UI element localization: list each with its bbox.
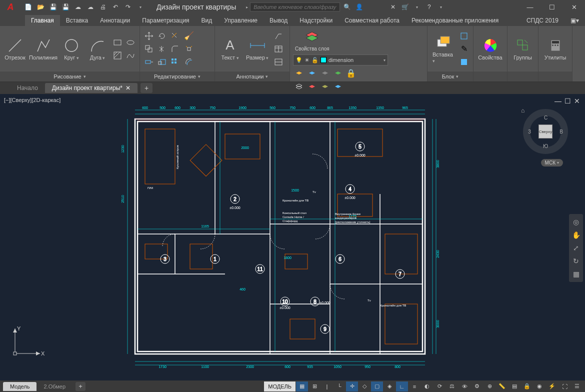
tab-annotate[interactable]: Аннотации [94, 15, 136, 26]
binoculars-icon[interactable]: 🔍 [342, 2, 352, 12]
app-logo[interactable]: A [0, 0, 21, 14]
iso-button[interactable]: ◇ [358, 382, 370, 392]
viewcube-top[interactable]: Сверху [539, 125, 552, 138]
maximize-button[interactable]: ☐ [541, 0, 563, 14]
view-min-icon[interactable]: — [554, 97, 562, 105]
search-input[interactable] [250, 2, 340, 12]
help-dropdown-icon[interactable]: ▾ [436, 2, 446, 12]
polar-button[interactable]: ✛ [346, 382, 358, 392]
array-icon[interactable] [169, 56, 181, 68]
layer-props-tool[interactable]: Свойства слоя [293, 28, 332, 52]
pan-icon[interactable]: ✋ [571, 230, 581, 240]
redo-icon[interactable]: ↷ [122, 1, 134, 13]
steering-wheel-icon[interactable]: ◎ [571, 217, 581, 227]
ucs-icon[interactable]: X Y [10, 324, 45, 360]
customize-button[interactable]: ☰ [571, 382, 583, 392]
model-tab[interactable]: Модель [3, 382, 36, 391]
tab-view[interactable]: Вид [196, 15, 218, 26]
dimension-tool[interactable]: Размер [244, 36, 270, 62]
tab-home[interactable]: Главная [25, 15, 60, 26]
ribbon-collapse-icon[interactable]: ▣▾ [564, 15, 585, 26]
groups-tool[interactable]: Группы [511, 36, 535, 62]
view-max-icon[interactable]: ☐ [564, 97, 571, 105]
file-tab-start[interactable]: Начало [10, 83, 45, 93]
mirror-icon[interactable] [156, 43, 168, 55]
cloud-open-icon[interactable]: ☁ [72, 1, 84, 13]
signin-icon[interactable]: 👤 [354, 2, 364, 12]
save-icon[interactable]: 💾 [47, 1, 59, 13]
compass-w[interactable]: З [528, 129, 531, 134]
tab-insert[interactable]: Вставка [60, 15, 94, 26]
plot-icon[interactable]: 🖨 [97, 1, 109, 13]
compass-n[interactable]: С [544, 115, 548, 120]
panel-annotation-title[interactable]: Аннотации [215, 72, 290, 82]
close-tab-icon[interactable]: ✕ [126, 84, 130, 92]
text-tool[interactable]: A Текст [218, 36, 242, 62]
showmotion-icon[interactable]: ▦ [571, 269, 581, 279]
edit-attr-icon[interactable] [458, 56, 470, 68]
polyline-tool[interactable]: Полилиния [29, 36, 58, 62]
copy-icon[interactable] [143, 43, 155, 55]
fillet-icon[interactable] [169, 43, 181, 55]
home-icon[interactable]: ⌂ [521, 107, 524, 114]
file-tab-drawing[interactable]: Дизайн проект квартиры* ✕ [45, 83, 138, 93]
transparency-button[interactable]: ◐ [421, 382, 433, 392]
trim-icon[interactable] [169, 30, 181, 42]
layer-t5-icon[interactable]: 🔒 [345, 67, 357, 79]
view-close-icon[interactable]: ✕ [574, 97, 580, 105]
qat-dropdown-icon[interactable]: ▾ [134, 1, 146, 13]
layer-t1-icon[interactable] [293, 67, 305, 79]
annovis-button[interactable]: 👁 [458, 382, 470, 392]
tab-featured[interactable]: Рекомендованные приложения [406, 15, 504, 26]
properties-tool[interactable]: Свойства [476, 36, 504, 62]
wcs-button[interactable]: МСК▾ [541, 159, 563, 166]
undo-icon[interactable]: ↶ [110, 1, 122, 13]
minimize-button[interactable]: — [519, 0, 541, 14]
snap-button[interactable]: ⊞ [308, 382, 320, 392]
tab-parametric[interactable]: Параметризация [136, 15, 195, 26]
cart-dropdown-icon[interactable]: ▾ [412, 2, 422, 12]
new-layout-button[interactable]: + [76, 382, 86, 391]
panel-modify-title[interactable]: Редактирование [140, 72, 214, 82]
panel-draw-title[interactable]: Рисование [0, 72, 140, 82]
cycling-button[interactable]: ⟳ [434, 382, 446, 392]
cleanscreen-button[interactable]: ⛶ [558, 382, 570, 392]
tab-spds[interactable]: СПДС 2019 [520, 15, 564, 26]
create-block-icon[interactable] [458, 30, 470, 42]
line-tool[interactable]: Отрезок [3, 36, 27, 62]
close-button[interactable]: ✕ [563, 0, 585, 14]
new-tab-button[interactable]: + [140, 83, 152, 93]
new-icon[interactable]: 📄 [22, 1, 34, 13]
layer-t8-icon[interactable] [319, 80, 331, 92]
rotate-icon[interactable] [156, 30, 168, 42]
utilities-tool[interactable]: Утилиты [542, 36, 568, 62]
layer-t9-icon[interactable] [332, 80, 344, 92]
offset-icon[interactable] [183, 56, 195, 68]
layer-t4-icon[interactable] [332, 67, 344, 79]
leader-icon[interactable] [272, 30, 284, 42]
view-label[interactable]: [−][Сверху][2D-каркас] [4, 97, 60, 103]
stretch-icon[interactable] [143, 56, 155, 68]
erase-icon[interactable]: 🧹 [183, 30, 195, 42]
layer-t2-icon[interactable] [306, 67, 318, 79]
units-button[interactable]: 📏 [496, 382, 508, 392]
drawing-canvas[interactable]: [−][Сверху][2D-каркас] — ☐ ✕ ⌂ Сверху С … [0, 94, 585, 380]
help-icon[interactable]: ? [424, 2, 434, 12]
cart-icon[interactable]: 🛒 [400, 2, 410, 12]
tab-collaborate[interactable]: Совместная работа [338, 15, 406, 26]
otrack-button[interactable]: ∟ [396, 382, 408, 392]
move-icon[interactable] [143, 30, 155, 42]
arc-tool[interactable]: Дуга [86, 36, 110, 62]
layer-dropdown[interactable]: 💡 ☀ 🔓 dimension ▾ [293, 54, 388, 66]
search-chevron-icon[interactable]: ▸ [246, 5, 248, 10]
layout-tab-1[interactable]: 2.Обмер [36, 382, 72, 391]
explode-icon[interactable] [183, 43, 195, 55]
lineweight-button[interactable]: ≡ [408, 382, 420, 392]
spline-icon[interactable] [124, 50, 136, 62]
layer-t7-icon[interactable] [306, 80, 318, 92]
compass-e[interactable]: В [560, 129, 563, 134]
circle-tool[interactable]: Круг [60, 36, 84, 62]
hatch-icon[interactable] [112, 50, 124, 62]
layer-t6-icon[interactable] [293, 80, 305, 92]
rect-icon[interactable] [112, 36, 124, 48]
